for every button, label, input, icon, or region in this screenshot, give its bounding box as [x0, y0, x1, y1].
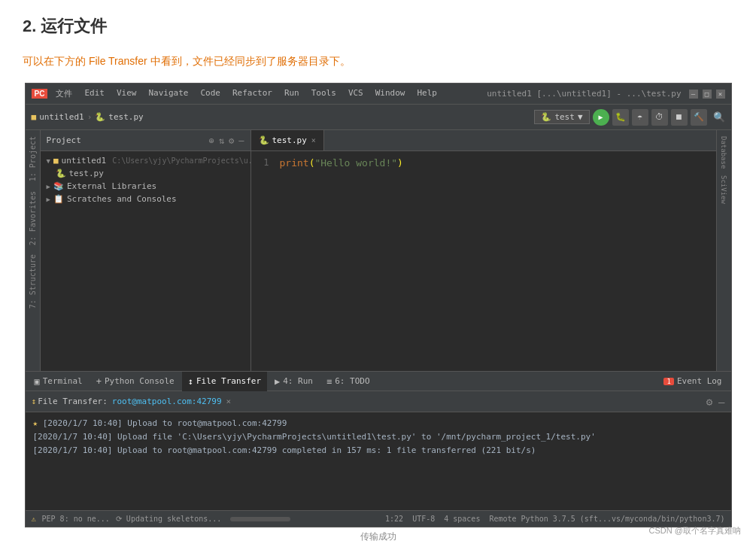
menu-help[interactable]: Help: [415, 87, 440, 100]
project-minimize-icon[interactable]: —: [238, 135, 244, 146]
run-label: 4: Run: [283, 376, 313, 386]
debug-button[interactable]: 🐛: [612, 109, 629, 126]
ide-statusbar: ⚠ PEP 8: no ne... ⟳ Updating skeletons..…: [26, 510, 731, 527]
terminal-label: Terminal: [43, 376, 83, 386]
breadcrumb-project[interactable]: untitled1: [39, 112, 84, 122]
project-settings-icon[interactable]: ⚙: [229, 135, 234, 146]
ide-toolbar: ■ untitled1 › 🐍 test.py 🐍 test ▼ ▶ 🐛 ☂ ⏱…: [26, 105, 731, 130]
ide-title-text: untitled1 [...\untitled1] - ...\test.py: [487, 89, 681, 99]
run-config-icon: 🐍: [541, 112, 551, 122]
stop-button[interactable]: ⏹: [671, 109, 688, 126]
project-add-icon[interactable]: ⊕: [209, 135, 214, 146]
code-keyword-print: print: [280, 157, 309, 169]
tree-root[interactable]: ▼ ■ untitled1 C:\Users\yjy\PycharmProjec…: [41, 154, 250, 167]
ft-panel-icons: ⚙ —: [706, 396, 725, 408]
menu-code[interactable]: Code: [198, 87, 223, 100]
menu-view[interactable]: View: [114, 87, 139, 100]
file-transfer-icon: ↕: [188, 376, 193, 387]
run-config-selector[interactable]: 🐍 test ▼: [534, 110, 589, 124]
menu-run[interactable]: Run: [282, 87, 302, 100]
search-everywhere-button[interactable]: 🔍: [713, 111, 725, 123]
file-transfer-header-label: File Transfer:: [38, 397, 108, 406]
ide-bottom-panel: ↕ File Transfer: root@matpool.com:42799 …: [26, 391, 731, 510]
menu-tools[interactable]: Tools: [309, 87, 339, 100]
tree-libraries[interactable]: ▶ 📚 External Libraries: [41, 180, 250, 193]
file-transfer-close-btn[interactable]: ×: [226, 397, 232, 406]
ide-titlebar: PC 文件 Edit View Navigate Code Refactor R…: [26, 84, 731, 105]
status-left: ⚠ PEP 8: no ne... ⟳ Updating skeletons..…: [32, 515, 291, 523]
tree-file[interactable]: 🐍 test.py: [50, 167, 250, 180]
file-transfer-panel: [2020/1/7 10:40] Upload to root@matpool.…: [26, 412, 731, 510]
menu-refactor[interactable]: Refactor: [230, 87, 275, 100]
coverage-button[interactable]: ☂: [632, 109, 648, 126]
window-controls: — □ ×: [689, 90, 725, 99]
todo-icon: ≡: [326, 376, 332, 387]
csdn-watermark: CSDN @取个名字真难呐: [649, 525, 741, 536]
success-label: 传输成功: [360, 531, 396, 542]
todo-tab[interactable]: ≡ 6: TODO: [320, 372, 376, 391]
editor-gutter: 1: [251, 154, 274, 368]
maximize-button[interactable]: □: [703, 90, 712, 99]
python-console-tab[interactable]: + Python Console: [90, 372, 181, 391]
cursor-position: 1:22: [385, 515, 403, 523]
file-icon: 🐍: [95, 112, 105, 122]
event-log-tab[interactable]: 1 Event Log: [657, 372, 727, 391]
success-text: 传输成功: [23, 527, 733, 544]
tree-arrow-scratches: ▶: [47, 196, 50, 203]
build-button[interactable]: 🔨: [691, 109, 707, 126]
close-button[interactable]: ×: [716, 90, 725, 99]
ft-minimize-icon[interactable]: —: [718, 396, 724, 408]
event-log-badge: 1: [663, 378, 673, 385]
menu-edit[interactable]: Edit: [82, 87, 107, 100]
editor-tabs: 🐍 test.py ×: [251, 130, 716, 151]
editor-area: 🐍 test.py × 1 print("Hello world!"): [251, 130, 716, 371]
editor-tab-test[interactable]: 🐍 test.py ×: [251, 130, 324, 150]
favorites-strip-tab[interactable]: 2: Favorites: [27, 188, 38, 248]
tree-scratches[interactable]: ▶ 📋 Scratches and Consoles: [41, 193, 250, 205]
file-transfer-tab[interactable]: ↕ File Transfer: [182, 372, 267, 391]
run-tab[interactable]: ▶ 4: Run: [269, 372, 319, 391]
section-number: 2.: [23, 17, 36, 35]
run-config-dropdown-icon: ▼: [578, 112, 583, 122]
indent: 4 spaces: [444, 515, 480, 523]
terminal-icon: ▣: [35, 376, 40, 387]
folder-icon: ■: [32, 112, 37, 122]
ide-right-strip: Database SciView: [716, 130, 731, 371]
menu-file[interactable]: 文件: [53, 87, 74, 100]
progress-bar: [230, 517, 290, 521]
ide-left-strip: 1: Project 2: Favorites 7: Structure: [26, 130, 41, 371]
tab-close-button[interactable]: ×: [311, 136, 316, 144]
minimize-button[interactable]: —: [689, 90, 698, 99]
folder-icon-root: ■: [53, 156, 59, 166]
project-strip-tab[interactable]: 1: Project: [27, 133, 38, 184]
project-panel: Project ⊕ ⇅ ⚙ — ▼ ■ untitled1 C:\Users\y…: [41, 130, 251, 371]
lib-icon: 📚: [53, 181, 64, 191]
file-transfer-header-icon: ↕: [32, 397, 37, 406]
file-transfer-label: File Transfer: [196, 376, 261, 386]
structure-strip-tab[interactable]: 7: Structure: [27, 251, 38, 312]
code-string-hello: "Hello world!": [314, 157, 397, 169]
project-sort-icon[interactable]: ⇅: [219, 135, 224, 146]
pep8-text: PEP 8: no ne...: [42, 515, 110, 523]
editor-code[interactable]: print("Hello world!"): [274, 154, 716, 368]
tree-root-path: C:\Users\yjy\PycharmProjects\u...: [112, 157, 262, 165]
ft-settings-icon[interactable]: ⚙: [706, 396, 712, 408]
profile-button[interactable]: ⏱: [651, 109, 668, 126]
file-transfer-header: ↕ File Transfer: root@matpool.com:42799 …: [26, 391, 731, 412]
editor-content: 1 print("Hello world!"): [251, 151, 716, 371]
menu-vcs[interactable]: VCS: [346, 87, 366, 100]
breadcrumb: ■ untitled1 › 🐍 test.py: [32, 112, 144, 122]
scratches-icon: 📋: [53, 194, 64, 204]
breadcrumb-file[interactable]: test.py: [108, 112, 143, 122]
breadcrumb-sep: ›: [87, 112, 93, 122]
terminal-tab[interactable]: ▣ Terminal: [29, 372, 89, 391]
menu-window[interactable]: Window: [373, 87, 408, 100]
run-button[interactable]: ▶: [593, 109, 609, 126]
menu-navigate[interactable]: Navigate: [146, 87, 190, 100]
pep8-warning: ⚠: [32, 515, 36, 523]
database-strip-tab[interactable]: Database: [718, 133, 729, 172]
page-wrapper: 2. 运行文件 可以在下方的 File Transfer 中看到，文件已经同步到…: [0, 0, 756, 544]
ide-bottom-tabs: ▣ Terminal + Python Console ↕ File Trans…: [26, 371, 731, 391]
python-console-icon: +: [96, 376, 102, 387]
sciview-strip-tab[interactable]: SciView: [718, 172, 729, 207]
